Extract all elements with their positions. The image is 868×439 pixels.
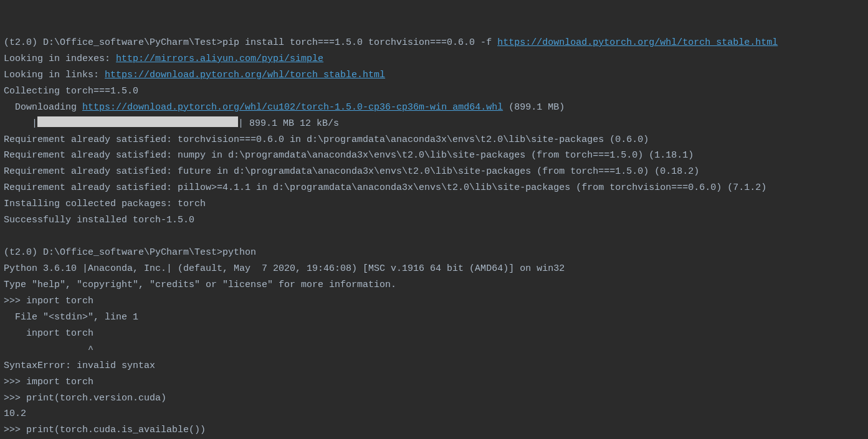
progress-line: || 899.1 MB 12 kB/s xyxy=(4,116,864,132)
installing-line: Installing collected packages: torch xyxy=(4,196,864,212)
downloading-label: Downloading xyxy=(4,102,82,113)
links-line: Looking in links: https://download.pytor… xyxy=(4,67,864,83)
download-size: (899.1 MB) xyxy=(503,102,565,113)
collecting-line: Collecting torch===1.5.0 xyxy=(4,83,864,100)
import-torch-line: >>> import torch xyxy=(4,374,864,390)
error-file-line: File "<stdin>", line 1 xyxy=(4,309,864,326)
blank-line xyxy=(4,229,864,245)
pytorch-stable-link[interactable]: https://download.pytorch.org/whl/torch_s… xyxy=(497,37,778,48)
aliyun-mirror-link[interactable]: http://mirrors.aliyun.com/pypi/simple xyxy=(116,54,323,64)
cuda-version-output: 10.2 xyxy=(4,406,864,422)
print-cuda-available-line: >>> print(torch.cuda.is_available()) xyxy=(4,422,864,438)
pip-install-line: (t2.0) D:\Office_software\PyCharm\Test>p… xyxy=(4,35,864,51)
print-cuda-version-line: >>> print(torch.version.cuda) xyxy=(4,390,864,407)
req-pillow-line: Requirement already satisfied: pillow>=4… xyxy=(4,180,864,196)
inport-typo-line: >>> inport torch xyxy=(4,293,864,309)
success-line: Successfully installed torch-1.5.0 xyxy=(4,212,864,229)
indexes-line: Looking in indexes: http://mirrors.aliyu… xyxy=(4,51,864,67)
python-help-line: Type "help", "copyright", "credits" or "… xyxy=(4,277,864,293)
links-label: Looking in links: xyxy=(4,70,105,80)
req-torchvision-line: Requirement already satisfied: torchvisi… xyxy=(4,132,864,148)
downloading-line: Downloading https://download.pytorch.org… xyxy=(4,100,864,116)
python-version-line: Python 3.6.10 |Anaconda, Inc.| (default,… xyxy=(4,261,864,277)
progress-suffix: | 899.1 MB 12 kB/s xyxy=(238,118,339,129)
pytorch-links-link[interactable]: https://download.pytorch.org/whl/torch_s… xyxy=(105,70,385,80)
progress-prefix: | xyxy=(4,118,37,129)
python-prompt-line: (t2.0) D:\Office_software\PyCharm\Test>p… xyxy=(4,245,864,261)
terminal-output[interactable]: (t2.0) D:\Office_software\PyCharm\Test>p… xyxy=(4,35,864,439)
syntax-error-line: SyntaxError: invalid syntax xyxy=(4,358,864,374)
error-caret-line: ^ xyxy=(4,342,864,358)
error-code-line: inport torch xyxy=(4,326,864,342)
req-numpy-line: Requirement already satisfied: numpy in … xyxy=(4,148,864,164)
indexes-label: Looking in indexes: xyxy=(4,54,116,64)
download-progress-bar xyxy=(37,116,238,127)
whl-download-link[interactable]: https://download.pytorch.org/whl/cu102/t… xyxy=(82,102,503,113)
req-future-line: Requirement already satisfied: future in… xyxy=(4,164,864,180)
command-prompt: (t2.0) D:\Office_software\PyCharm\Test>p… xyxy=(4,37,497,48)
